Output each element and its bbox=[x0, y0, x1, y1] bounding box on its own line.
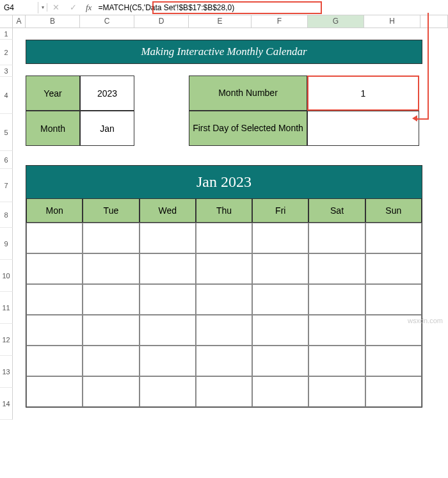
row-header-7[interactable]: 7 bbox=[0, 169, 13, 202]
col-header-C[interactable]: C bbox=[80, 15, 134, 28]
row-headers: 1 2 3 4 5 6 7 8 9 10 11 12 13 14 bbox=[0, 28, 13, 420]
calendar-cell[interactable] bbox=[26, 223, 83, 253]
row-header-9[interactable]: 9 bbox=[0, 228, 13, 260]
col-header-B[interactable]: B bbox=[26, 15, 80, 28]
calendar-cell[interactable] bbox=[308, 346, 365, 376]
calendar-row bbox=[26, 315, 422, 346]
calendar-cell[interactable] bbox=[365, 284, 422, 315]
row-header-11[interactable]: 11 bbox=[0, 292, 13, 324]
calendar-cell[interactable] bbox=[140, 253, 196, 284]
calendar-cell[interactable] bbox=[308, 253, 365, 284]
calendar-cell[interactable] bbox=[365, 253, 422, 284]
day-header-wed: Wed bbox=[140, 198, 196, 223]
col-header-G[interactable]: G bbox=[308, 15, 364, 28]
formula-bar-row: G4 ▾ ✕ ✓ fx bbox=[0, 0, 448, 15]
calendar-cell[interactable] bbox=[83, 376, 139, 407]
calendar-cell[interactable] bbox=[26, 346, 83, 376]
calendar-cell[interactable] bbox=[365, 376, 422, 407]
col-header-rest[interactable] bbox=[420, 15, 448, 28]
fx-icon[interactable]: fx bbox=[82, 3, 95, 13]
watermark: wsxdn.com bbox=[408, 317, 443, 324]
calendar-cell[interactable] bbox=[365, 346, 422, 376]
month-value-cell[interactable]: Jan bbox=[80, 111, 134, 146]
row-header-8[interactable]: 8 bbox=[0, 202, 13, 228]
row-header-5[interactable]: 5 bbox=[0, 114, 13, 151]
calendar-cell[interactable] bbox=[196, 376, 252, 407]
year-label: Year bbox=[26, 76, 80, 111]
calendar-cell[interactable] bbox=[252, 223, 308, 253]
calendar-row bbox=[26, 223, 422, 253]
calendar-cell[interactable] bbox=[83, 346, 139, 376]
row-header-3[interactable]: 3 bbox=[0, 65, 13, 77]
calendar-table: Jan 2023 Mon Tue Wed Thu Fri Sat Sun bbox=[26, 165, 422, 408]
calendar-cell[interactable] bbox=[26, 284, 83, 315]
col-header-A[interactable]: A bbox=[13, 15, 26, 28]
calendar-cell[interactable] bbox=[83, 284, 139, 315]
name-box-dropdown-icon[interactable]: ▾ bbox=[38, 3, 47, 12]
calendar-cell[interactable] bbox=[140, 315, 196, 346]
row-header-1[interactable]: 1 bbox=[0, 28, 13, 40]
month-label: Month bbox=[26, 111, 80, 146]
row-header-4[interactable]: 4 bbox=[0, 77, 13, 114]
calendar-cell[interactable] bbox=[83, 315, 139, 346]
calendar-cell[interactable] bbox=[26, 315, 83, 346]
calendar-cell[interactable] bbox=[140, 223, 196, 253]
callout-arrow-head bbox=[412, 115, 417, 122]
worksheet-content: Making Interactive Monthly Calendar Year… bbox=[26, 40, 422, 408]
calendar-cell[interactable] bbox=[26, 253, 83, 284]
calendar-cell[interactable] bbox=[26, 376, 83, 407]
row-header-6[interactable]: 6 bbox=[0, 151, 13, 169]
calendar-cell[interactable] bbox=[83, 253, 139, 284]
col-header-H[interactable]: H bbox=[364, 15, 420, 28]
row-header-14[interactable]: 14 bbox=[0, 388, 13, 420]
calendar-cell[interactable] bbox=[308, 284, 365, 315]
calendar-cell[interactable] bbox=[308, 223, 365, 253]
calendar-cell[interactable] bbox=[308, 315, 365, 346]
page-title: Making Interactive Monthly Calendar bbox=[26, 40, 422, 64]
year-month-box: Year 2023 Month Jan bbox=[26, 76, 134, 146]
calendar-cell[interactable] bbox=[140, 376, 196, 407]
calendar-cell[interactable] bbox=[196, 253, 252, 284]
calendar-cell[interactable] bbox=[252, 315, 308, 346]
calendar-cell[interactable] bbox=[196, 315, 252, 346]
calendar-cell[interactable] bbox=[140, 284, 196, 315]
name-box[interactable]: G4 bbox=[0, 2, 38, 13]
calendar-cell[interactable] bbox=[252, 346, 308, 376]
calendar-row bbox=[26, 284, 422, 315]
month-number-label: Month Number bbox=[189, 76, 307, 111]
col-header-E[interactable]: E bbox=[189, 15, 252, 28]
column-headers: A B C D E F G H bbox=[0, 15, 448, 28]
calendar-cell[interactable] bbox=[140, 346, 196, 376]
col-header-D[interactable]: D bbox=[134, 15, 189, 28]
calendar-cell[interactable] bbox=[365, 223, 422, 253]
calendar-cell[interactable] bbox=[196, 284, 252, 315]
calendar-cell[interactable] bbox=[196, 346, 252, 376]
calendar-cell[interactable] bbox=[83, 223, 139, 253]
row-header-12[interactable]: 12 bbox=[0, 324, 13, 356]
first-day-label: First Day of Selected Month bbox=[189, 111, 307, 146]
day-header-sun: Sun bbox=[365, 198, 422, 223]
calendar-cell[interactable] bbox=[308, 376, 365, 407]
calendar-row bbox=[26, 376, 422, 407]
calendar-cell[interactable] bbox=[196, 223, 252, 253]
formula-enter-icon: ✓ bbox=[65, 3, 82, 12]
calendar-cell[interactable] bbox=[252, 253, 308, 284]
row-header-10[interactable]: 10 bbox=[0, 260, 13, 292]
month-info-box: Month Number 1 First Day of Selected Mon… bbox=[189, 76, 419, 146]
day-header-thu: Thu bbox=[196, 198, 252, 223]
calendar-cell[interactable] bbox=[252, 284, 308, 315]
calendar-cell[interactable] bbox=[252, 376, 308, 407]
formula-input[interactable] bbox=[95, 2, 448, 13]
first-day-cell[interactable] bbox=[307, 111, 419, 146]
calendar-row bbox=[26, 253, 422, 284]
year-value-cell[interactable]: 2023 bbox=[80, 76, 134, 111]
select-all-triangle[interactable] bbox=[0, 15, 13, 28]
month-number-cell[interactable]: 1 bbox=[307, 76, 419, 111]
calendar-row bbox=[26, 346, 422, 376]
callout-arrow bbox=[428, 13, 429, 118]
day-header-fri: Fri bbox=[252, 198, 308, 223]
col-header-F[interactable]: F bbox=[252, 15, 308, 28]
row-header-13[interactable]: 13 bbox=[0, 356, 13, 388]
formula-cancel-icon: ✕ bbox=[47, 3, 65, 12]
row-header-2[interactable]: 2 bbox=[0, 40, 13, 65]
